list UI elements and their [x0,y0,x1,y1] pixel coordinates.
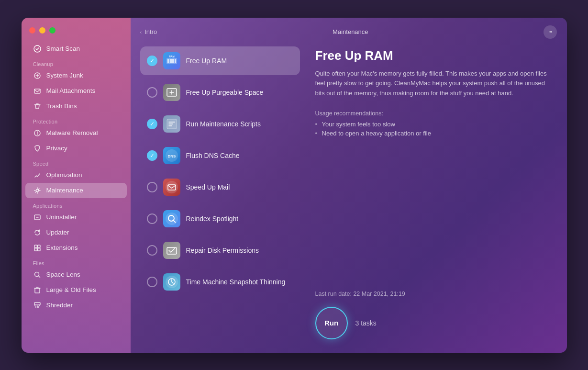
protection-section-label: Protection [22,114,131,125]
extensions-icon [33,244,42,252]
usage-list: Your system feels too slow Need to open … [315,121,554,137]
close-button[interactable] [29,27,35,34]
minimize-button[interactable] [39,27,45,34]
optimization-label: Optimization [46,171,82,179]
sidebar-item-optimization[interactable]: Optimization [25,168,127,183]
main-window: Smart Scan Cleanup System Junk Mail Atta… [22,18,567,353]
svg-rect-11 [34,303,40,305]
svg-point-24 [166,213,178,225]
optimization-icon [33,171,42,179]
task-label-reindex-spotlight: Reindex Spotlight [186,215,239,223]
extensions-label: Extensions [46,244,78,251]
sidebar-item-system-junk[interactable]: System Junk [25,68,127,83]
task-checkbox-speed-up-mail[interactable] [147,182,157,192]
trash-bins-icon [33,102,42,111]
shredder-label: Shredder [46,302,73,309]
task-flush-dns[interactable]: ✓ DNS Flush DNS Cache [140,141,300,170]
updater-label: Updater [46,229,69,236]
window-controls [22,25,131,41]
tasks-count: 3 tasks [355,319,377,327]
sidebar-item-shredder[interactable]: Shredder [25,298,127,313]
task-free-up-purgeable[interactable]: Free Up Purgeable Space [140,78,300,107]
svg-text:RAM: RAM [169,55,174,58]
sidebar-item-mail-attachments[interactable]: Mail Attachments [25,83,127,99]
task-free-up-ram[interactable]: ✓ RAM Free Up RAM [140,46,300,75]
sidebar-item-smartscan[interactable]: Smart Scan [25,41,127,56]
task-checkbox-run-maintenance[interactable]: ✓ [147,119,157,129]
privacy-icon [33,144,42,153]
detail-panel: Free Up RAM Quite often your Mac's memor… [308,46,557,343]
task-icon-run-maintenance [163,115,180,133]
uninstaller-icon [33,213,42,222]
smartscan-icon [33,45,42,53]
task-checkbox-flush-dns[interactable]: ✓ [147,150,157,161]
maintenance-label: Maintenance [46,187,83,194]
task-icon-flush-dns: DNS [163,147,180,164]
svg-rect-13 [167,59,169,63]
svg-rect-14 [170,59,172,63]
back-link[interactable]: Intro [144,28,157,35]
topbar-title: Maintenance [333,28,368,35]
svg-point-22 [166,181,178,193]
task-icon-speed-up-mail [163,179,180,196]
space-lens-icon [33,270,42,279]
space-lens-label: Space Lens [46,271,80,278]
sidebar-item-large-old-files[interactable]: Large & Old Files [25,282,127,298]
svg-rect-9 [37,248,40,251]
maintenance-icon [33,186,42,195]
task-list: ✓ RAM Free Up RAM [140,46,308,343]
task-checkbox-free-up-ram[interactable]: ✓ [147,56,157,66]
sidebar-item-malware-removal[interactable]: Malware Removal [25,125,127,141]
settings-button[interactable]: •• [544,25,557,39]
large-old-files-label: Large & Old Files [46,286,96,293]
svg-rect-15 [172,59,174,63]
settings-dots: •• [549,29,552,34]
task-checkbox-time-machine[interactable] [147,277,157,287]
task-label-run-maintenance: Run Maintenance Scripts [186,120,261,128]
sidebar-item-space-lens[interactable]: Space Lens [25,267,127,282]
usage-item-2: Need to open a heavy application or file [315,130,554,137]
large-old-files-icon [33,286,42,294]
usage-recommendations-label: Usage recommendations: [315,110,554,117]
run-row: Run 3 tasks [315,307,554,339]
privacy-label: Privacy [46,145,67,152]
mail-attachments-label: Mail Attachments [46,87,96,94]
uninstaller-label: Uninstaller [46,213,77,221]
detail-title: Free Up RAM [315,48,554,63]
task-checkbox-reindex-spotlight[interactable] [147,213,157,224]
task-reindex-spotlight[interactable]: Reindex Spotlight [140,204,300,233]
breadcrumb-nav: ‹ Intro [140,28,157,35]
system-junk-icon [33,71,42,80]
trash-bins-label: Trash Bins [46,102,77,110]
files-section-label: Files [22,256,131,267]
content-area: ✓ RAM Free Up RAM [131,46,567,353]
sidebar-item-privacy[interactable]: Privacy [25,141,127,156]
task-speed-up-mail[interactable]: Speed Up Mail [140,173,300,202]
task-repair-disk[interactable]: Repair Disk Permissions [140,236,300,265]
svg-rect-7 [37,245,40,248]
maximize-button[interactable] [49,27,55,34]
main-content: ‹ Intro Maintenance •• ✓ [131,18,567,353]
sidebar-item-trash-bins[interactable]: Trash Bins [25,99,127,114]
task-checkbox-repair-disk[interactable] [147,245,157,256]
malware-removal-icon [33,129,42,137]
svg-rect-8 [34,248,37,251]
task-icon-free-up-ram: RAM [163,52,180,69]
sidebar-item-extensions[interactable]: Extensions [25,240,127,256]
sidebar-item-uninstaller[interactable]: Uninstaller [25,210,127,225]
last-run-info: Last run date: 22 Mar 2021, 21:19 [315,291,554,297]
task-run-maintenance[interactable]: ✓ Run Maintenance Scripts [140,110,300,138]
task-label-flush-dns: Flush DNS Cache [186,152,240,159]
applications-section-label: Applications [22,198,131,210]
task-label-free-up-ram: Free Up RAM [186,57,227,65]
detail-description: Quite often your Mac's memory gets fully… [315,69,554,99]
sidebar-item-maintenance[interactable]: Maintenance [25,183,127,198]
run-button[interactable]: Run [315,307,348,339]
sidebar-item-updater[interactable]: Updater [25,225,127,240]
topbar: ‹ Intro Maintenance •• [131,18,567,46]
system-junk-label: System Junk [46,72,83,79]
task-checkbox-free-up-purgeable[interactable] [147,87,157,98]
task-time-machine[interactable]: Time Machine Snapshot Thinning [140,268,300,296]
svg-rect-16 [175,59,176,63]
mail-attachments-icon [33,87,42,95]
